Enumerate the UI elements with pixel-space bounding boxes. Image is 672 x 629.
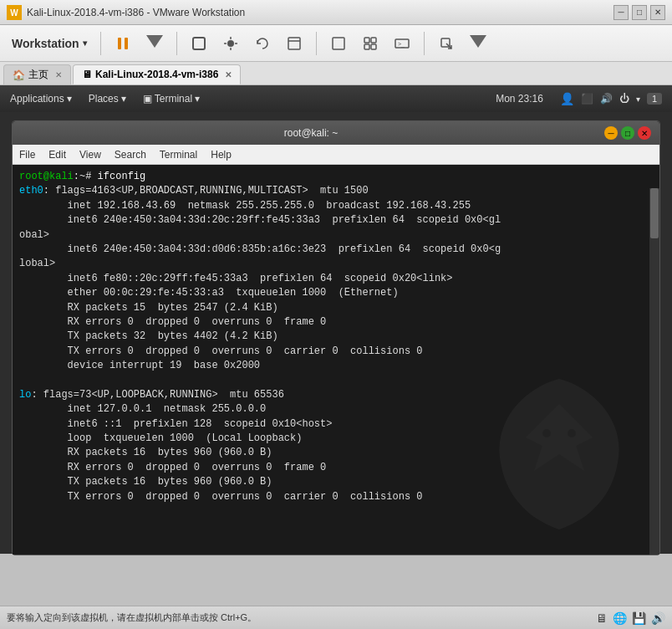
tab-home[interactable]: 🏠 主页 ✕ bbox=[3, 64, 71, 84]
revert-button[interactable] bbox=[249, 30, 276, 57]
console-button[interactable]: >_ bbox=[389, 30, 415, 57]
toolbar-separator-3 bbox=[316, 32, 317, 55]
svg-rect-3 bbox=[125, 38, 128, 49]
applications-arrow: ▾ bbox=[67, 93, 72, 105]
terminal-close-button[interactable]: ✕ bbox=[638, 126, 651, 140]
window-title: Kali-Linux-2018.4-vm-i386 - VMware Works… bbox=[27, 7, 613, 18]
guest-tray: 👤 ⬛ 🔊 ⏻ ▾ 1 bbox=[560, 92, 662, 105]
places-label: Places bbox=[89, 93, 119, 105]
kali-watermark bbox=[476, 371, 643, 538]
battery-icon: ⬛ bbox=[581, 93, 593, 105]
tab-vm[interactable]: 🖥 Kali-Linux-2018.4-vm-i386 ✕ bbox=[73, 64, 241, 84]
terminal-label: Terminal bbox=[155, 93, 192, 105]
status-icons: 🖥 🌐 💾 🔊 bbox=[596, 611, 665, 625]
terminal-title: root@kali: ~ bbox=[21, 127, 601, 139]
network-status-icon: 🌐 bbox=[613, 611, 627, 625]
titlebar: W Kali-Linux-2018.4-vm-i386 - VMware Wor… bbox=[0, 0, 672, 25]
terminal-menu-help[interactable]: Help bbox=[211, 149, 232, 161]
statusbar: 要将输入定向到该虚拟机，请在虚拟机内部单击或按 Ctrl+G。 🖥 🌐 💾 🔊 bbox=[0, 606, 672, 629]
window-controls: ─ □ ✕ bbox=[613, 5, 665, 20]
vm-status-icon: 🖥 bbox=[596, 611, 608, 625]
tab-vm-label: Kali-Linux-2018.4-vm-i386 bbox=[95, 69, 218, 80]
terminal-menu-item[interactable]: ▣ Terminal ▾ bbox=[143, 93, 200, 105]
terminal-body[interactable]: root@kali:~# ifconfig eth0: flags=4163<U… bbox=[13, 165, 659, 555]
power-icon[interactable]: ⏻ bbox=[619, 93, 629, 105]
status-message: 要将输入定向到该虚拟机，请在虚拟机内部单击或按 Ctrl+G。 bbox=[7, 611, 596, 624]
terminal-menu-bar: File Edit View Search Terminal Help bbox=[13, 145, 659, 165]
tab-home-close[interactable]: ✕ bbox=[55, 70, 62, 79]
guest-clock: Mon 23:16 bbox=[496, 93, 543, 105]
workstation-label: Workstation bbox=[12, 37, 79, 50]
terminal-icon-small: ▣ bbox=[143, 93, 152, 105]
guest-topbar: Applications ▾ Places ▾ ▣ Terminal ▾ Mon… bbox=[0, 85, 672, 112]
svg-rect-10 bbox=[364, 38, 369, 43]
svg-rect-12 bbox=[364, 44, 369, 49]
toolbar-separator-2 bbox=[176, 32, 177, 55]
terminal-minimize-button[interactable]: ─ bbox=[604, 126, 618, 140]
snapshot-button[interactable] bbox=[217, 30, 244, 57]
terminal-window: root@kali: ~ ─ □ ✕ File Edit View Search… bbox=[12, 120, 660, 555]
terminal-menu-edit[interactable]: Edit bbox=[48, 149, 66, 161]
svg-text:>_: >_ bbox=[398, 41, 405, 48]
svg-rect-9 bbox=[333, 38, 344, 49]
svg-rect-11 bbox=[371, 38, 376, 43]
maximize-button[interactable]: □ bbox=[632, 5, 647, 20]
terminal-menu-terminal[interactable]: Terminal bbox=[160, 149, 197, 161]
places-arrow: ▾ bbox=[121, 93, 126, 105]
settings-button[interactable] bbox=[281, 30, 308, 57]
home-icon: 🏠 bbox=[13, 69, 25, 81]
svg-rect-2 bbox=[118, 38, 121, 49]
audio-status-icon: 🔊 bbox=[651, 611, 665, 625]
terminal-maximize-button[interactable]: □ bbox=[621, 126, 634, 140]
undock-dropdown[interactable] bbox=[465, 30, 491, 57]
svg-rect-13 bbox=[371, 44, 376, 49]
terminal-scrollbar[interactable] bbox=[649, 188, 659, 555]
applications-menu[interactable]: Applications ▾ bbox=[10, 93, 72, 105]
user-icon: 👤 bbox=[560, 92, 574, 105]
svg-marker-4 bbox=[146, 35, 163, 48]
vm-tab-icon: 🖥 bbox=[82, 69, 92, 80]
terminal-menu-search[interactable]: Search bbox=[115, 149, 146, 161]
tab-vm-close[interactable]: ✕ bbox=[225, 70, 232, 79]
terminal-scrollbar-thumb[interactable] bbox=[650, 188, 659, 238]
reset-button[interactable] bbox=[186, 30, 212, 57]
svg-text:W: W bbox=[10, 8, 18, 18]
pause-dropdown[interactable] bbox=[141, 30, 168, 57]
svg-marker-17 bbox=[470, 35, 486, 48]
terminal-titlebar: root@kali: ~ ─ □ ✕ bbox=[13, 121, 659, 145]
applications-label: Applications bbox=[10, 93, 64, 105]
tab-home-label: 主页 bbox=[28, 68, 48, 82]
terminal-menu-view[interactable]: View bbox=[79, 149, 101, 161]
toolbar-separator-4 bbox=[424, 32, 425, 55]
minimize-button[interactable]: ─ bbox=[613, 5, 629, 20]
workstation-menu[interactable]: Workstation ▾ bbox=[7, 33, 92, 54]
svg-rect-5 bbox=[193, 38, 205, 49]
pause-button[interactable] bbox=[109, 30, 136, 57]
badge: 1 bbox=[647, 93, 662, 105]
places-menu[interactable]: Places ▾ bbox=[89, 93, 126, 105]
terminal-arrow: ▾ bbox=[195, 93, 200, 105]
volume-icon: 🔊 bbox=[600, 93, 613, 105]
unity-button[interactable] bbox=[357, 30, 384, 57]
power-arrow: ▾ bbox=[636, 95, 640, 104]
svg-point-19 bbox=[568, 429, 576, 437]
tab-bar: 🏠 主页 ✕ 🖥 Kali-Linux-2018.4-vm-i386 ✕ bbox=[0, 62, 672, 85]
close-button[interactable]: ✕ bbox=[650, 5, 665, 20]
fullscreen-button[interactable] bbox=[325, 30, 352, 57]
svg-rect-7 bbox=[288, 38, 300, 49]
storage-status-icon: 💾 bbox=[632, 611, 646, 625]
toolbar: Workstation ▾ >_ bbox=[0, 25, 672, 62]
workstation-dropdown-arrow: ▾ bbox=[83, 38, 87, 48]
terminal-menu-file[interactable]: File bbox=[19, 149, 35, 161]
svg-point-6 bbox=[227, 40, 234, 47]
toolbar-separator-1 bbox=[100, 32, 101, 55]
svg-point-18 bbox=[542, 429, 551, 437]
vmware-icon: W bbox=[7, 5, 22, 20]
undock-button[interactable] bbox=[433, 30, 460, 57]
